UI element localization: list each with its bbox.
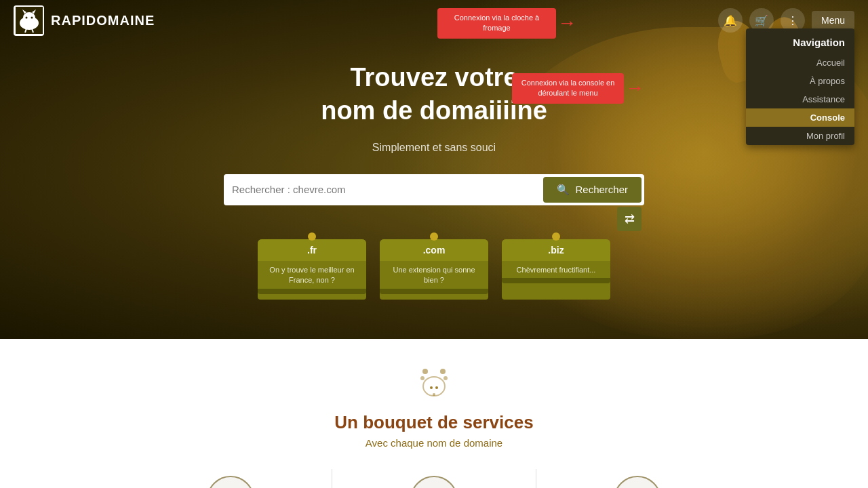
domain-desc-fr: On y trouve le meilleur en France, non ? [258, 261, 366, 289]
svg-point-12 [443, 376, 448, 380]
svg-point-8 [31, 17, 33, 19]
domain-card-com-top: .com [380, 239, 488, 261]
domain-card-biz[interactable]: .biz Chèvrement fructifiant... [502, 239, 610, 300]
services-row [129, 469, 739, 488]
search-input[interactable] [232, 184, 543, 195]
service-item-3 [536, 469, 739, 488]
domain-ext-com: .com [387, 245, 481, 256]
svg-point-14 [430, 386, 433, 389]
domain-card-biz-bottom [502, 278, 610, 283]
search-button[interactable]: 🔍 Rechercher [543, 177, 642, 203]
domain-card-com[interactable]: .com Une extension qui sonne bien ? [380, 239, 488, 300]
domain-card-com-bottom [380, 289, 488, 294]
logo-icon [14, 5, 44, 36]
services-subtitle: Avec chaque nom de domaine [366, 437, 502, 449]
nav-item-monprofil[interactable]: Mon profil [746, 127, 854, 145]
svg-point-11 [420, 376, 425, 380]
nav-dropdown: Navigation Accueil À propos Assistance C… [746, 28, 854, 145]
domain-card-fr[interactable]: .fr On y trouve le meilleur en France, n… [258, 239, 366, 300]
domain-ext-biz: .biz [509, 245, 604, 256]
service-item-1 [129, 469, 332, 488]
logo: RAPIDOMAiNE [14, 5, 155, 36]
domain-card-biz-top: .biz [502, 239, 610, 261]
menu-label: Menu [821, 15, 845, 26]
below-hero-section: Un bouquet de services Avec chaque nom d… [0, 339, 868, 488]
domain-desc-biz: Chèvrement fructifiant... [502, 261, 610, 278]
goat-face-icon [410, 359, 458, 407]
nav-item-apropos[interactable]: À propos [746, 72, 854, 90]
svg-point-13 [423, 377, 445, 396]
svg-point-10 [440, 369, 446, 374]
service-item-2 [332, 469, 536, 488]
service-icon-user [410, 476, 458, 488]
domain-desc-com: Une extension qui sonne bien ? [380, 261, 488, 289]
hero-content: Trouvez votre nom de domaiiiine Simpleme… [0, 61, 868, 300]
svg-point-7 [25, 17, 27, 19]
service-icon-home [614, 476, 661, 488]
domain-card-fr-bottom [258, 289, 366, 294]
nav-item-accueil[interactable]: Accueil [746, 54, 854, 72]
hero-subtitle: Simplement et sans souci [372, 142, 496, 154]
search-icon: 🔍 [557, 184, 570, 196]
menu-button[interactable]: Menu [812, 11, 854, 30]
svg-point-9 [422, 369, 428, 374]
svg-point-2 [23, 12, 35, 23]
service-icon-infinity [207, 476, 254, 488]
hero-title: Trouvez votre nom de domaiiiine [321, 61, 547, 128]
services-title: Un bouquet de services [334, 412, 533, 433]
domain-cards: .fr On y trouve le meilleur en France, n… [258, 239, 610, 300]
nav-dropdown-title: Navigation [746, 28, 854, 54]
search-bar: 🔍 Rechercher ⇄ [224, 174, 644, 205]
domain-ext-fr: .fr [264, 245, 359, 256]
domain-card-fr-top: .fr [258, 239, 366, 261]
nav-item-console[interactable]: Console [746, 108, 854, 127]
svg-point-15 [435, 386, 438, 389]
svg-point-16 [433, 393, 435, 396]
logo-text: RAPIDOMAiNE [51, 13, 155, 28]
swap-button[interactable]: ⇄ [617, 207, 642, 231]
nav-item-assistance[interactable]: Assistance [746, 90, 854, 108]
bell-button[interactable]: 🔔 [718, 8, 743, 33]
header-right: 🔔 🛒 ⋮ Menu Navigation Accueil À propos A… [718, 8, 854, 33]
hero-section: RAPIDOMAiNE 🔔 🛒 ⋮ Menu Navigation Accuei… [0, 0, 868, 339]
swap-icon: ⇄ [625, 211, 635, 226]
header: RAPIDOMAiNE 🔔 🛒 ⋮ Menu Navigation Accuei… [0, 0, 868, 41]
